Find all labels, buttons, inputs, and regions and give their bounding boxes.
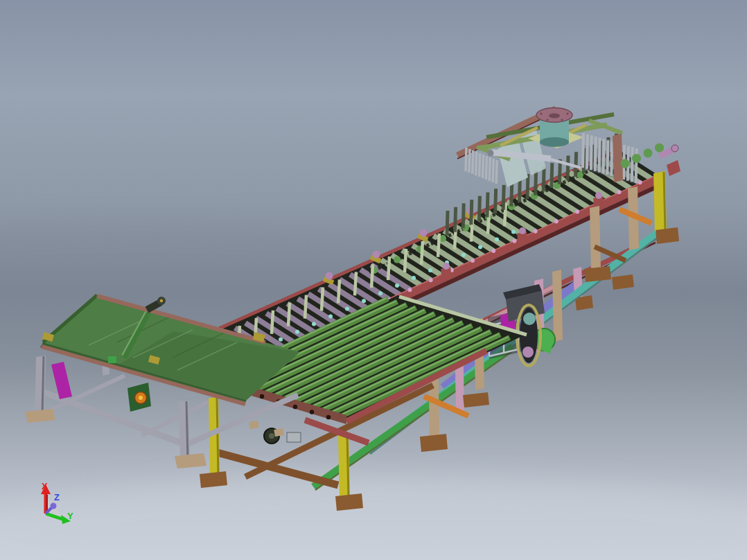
leg-tan-4	[590, 206, 601, 272]
lower-pulley	[522, 347, 534, 358]
flange-bore	[549, 114, 560, 119]
leg-edge-2	[347, 435, 349, 498]
flange-bolt	[561, 119, 563, 121]
green-block	[108, 356, 116, 363]
cad-viewport[interactable]: X Y Z	[0, 0, 747, 560]
flange-bolt	[540, 112, 542, 114]
lift-cylinder-base	[540, 137, 569, 147]
axis-z-knob[interactable]	[51, 503, 57, 509]
motor-pulley-hub	[139, 396, 143, 400]
flange-bolt	[546, 119, 548, 121]
axis-x-label: X	[42, 481, 48, 491]
axis-z-label: Z	[54, 492, 60, 502]
exit-roller-cap	[671, 145, 678, 152]
end-leg-foot	[656, 227, 679, 244]
upper-pulley	[523, 313, 536, 325]
model-scene: X Y Z	[0, 0, 747, 560]
table-foot-2	[335, 493, 363, 511]
leg-edge-1	[217, 398, 218, 475]
corner-post	[613, 134, 623, 182]
leg-foot-2	[420, 434, 448, 452]
leg-foot-3	[584, 266, 611, 282]
flange-bolt	[566, 112, 568, 114]
table-foot-1	[200, 471, 227, 488]
leg-tan-3	[552, 270, 563, 342]
junction-box	[287, 432, 301, 442]
sprocket-hub	[269, 433, 274, 439]
axis-y-label: Y	[67, 511, 73, 521]
leg-shade-left	[42, 356, 44, 414]
cylinder-clevis	[488, 150, 494, 157]
end-leg-edge	[664, 172, 665, 230]
leg-shade-right	[186, 401, 188, 460]
tension-hub	[160, 299, 163, 302]
